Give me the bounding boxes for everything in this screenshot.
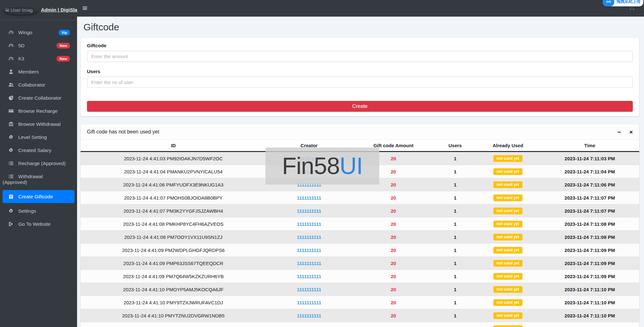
- topbar: 拖拽至此上传: [77, 0, 644, 17]
- sidebar-item-browse-recharge[interactable]: Browse Recharge: [3, 104, 75, 118]
- tachometer-icon: [8, 56, 14, 61]
- cell-users: 1: [435, 204, 476, 217]
- bank-icon: [8, 121, 14, 127]
- users-count-input[interactable]: [87, 77, 633, 88]
- cell-users: 1: [435, 309, 476, 322]
- sidebar-item-5d[interactable]: 5DNew: [3, 39, 75, 52]
- cell-users: 1: [435, 283, 476, 296]
- close-icon[interactable]: ×: [629, 129, 633, 135]
- table-row: 2023-11-24 4:41:08 PM7OOY1VX11U9SN1ZJ111…: [81, 231, 639, 244]
- sidebar-item-create-giftcode[interactable]: Create Giftcode: [3, 190, 75, 203]
- cell-amount: 20: [352, 296, 435, 309]
- creator-link[interactable]: 1111111111: [297, 287, 321, 292]
- table-row: 2023-11-24 4:41:10 PMOYP5AMJ5KOCQA6JF111…: [81, 283, 639, 296]
- cell-amount: 20: [352, 309, 435, 322]
- cell-id: 2023-11-24 4:41:07 PM3K2YYGFJSJZAWBH4: [81, 204, 266, 217]
- table-row: 2023-11-24 4:41:07 PMOHS0BJOIDA8B0BPY111…: [81, 191, 639, 204]
- cell-users: 1: [435, 296, 476, 309]
- sidebar-item-label: Created Salary: [18, 148, 51, 153]
- table-row: 2023-11-24 4:41:09 PM7Q64W5KZKZURH6YB111…: [81, 270, 639, 283]
- cell-id: 2023-11-24 4:41:07 PMOHS0BJOIDA8B0BPY: [81, 191, 266, 204]
- cell-status: not used yet: [475, 231, 540, 244]
- status-badge: not used yet: [493, 325, 522, 327]
- cell-status: not used yet: [475, 309, 540, 322]
- cell-amount: 20: [352, 191, 435, 204]
- table-row: 2023-11-24 4:41:08 PMKHP8YC4FH6AZVEOS111…: [81, 217, 639, 231]
- creator-link[interactable]: 1111111111: [297, 274, 321, 279]
- sidebar-item-label: Wingo: [18, 30, 32, 35]
- gear-icon: [8, 208, 14, 214]
- credit-card-icon: [8, 108, 14, 114]
- tachometer-icon: [8, 30, 14, 35]
- sidebar-item-label: Browse Recharge: [18, 108, 58, 114]
- sidebar-item-browse-withdrawal[interactable]: Browse Withdrawal: [3, 118, 75, 131]
- cell-status: not used yet: [475, 257, 540, 270]
- cell-time: 2023-11-24 10:06:04 PM: [540, 322, 639, 327]
- creator-link[interactable]: 1111111111: [297, 313, 321, 318]
- cell-status: not used yet: [475, 165, 540, 178]
- cell-time: 2023-11-24 7:11:10 PM: [540, 283, 639, 296]
- creator-link[interactable]: 1111111111: [297, 221, 321, 227]
- status-badge: not used yet: [493, 221, 522, 227]
- cell-users: 1: [435, 231, 476, 244]
- cell-id: 2023-11-24 4:41:04 PMANKU2PVNYICALU54: [81, 165, 266, 178]
- status-badge: not used yet: [493, 181, 522, 188]
- sidebar-item-wingo[interactable]: WingoVip: [3, 26, 75, 39]
- cell-status: not used yet: [475, 217, 540, 231]
- creator-link[interactable]: 1111111111: [297, 195, 321, 201]
- sidebar-item-created-salary[interactable]: Created Salary: [3, 144, 75, 157]
- creator-link[interactable]: 1111111111: [297, 261, 321, 266]
- giftcode-amount-input[interactable]: [87, 51, 633, 62]
- table-row: 2023-11-24 4:41:09 PMP63JSS67TQEEQDCR111…: [81, 257, 639, 270]
- list-icon: [8, 161, 14, 166]
- status-badge: not used yet: [493, 234, 522, 240]
- cell-id: 2023-11-24 4:41:09 PM2WDPLGHGFJQRDPS6: [81, 244, 266, 257]
- collapse-icon[interactable]: −: [617, 129, 621, 135]
- upload-badge[interactable]: 拖拽至此上传: [603, 0, 643, 6]
- cell-time: 2023-11-24 7:11:10 PM: [540, 309, 639, 322]
- sidebar-badge: New: [57, 43, 70, 49]
- page-title: Giftcode: [83, 22, 639, 33]
- table-card-header: Gift code has not been used yet − ×: [81, 124, 639, 140]
- cell-users: 1: [435, 322, 476, 327]
- admin-brand-link[interactable]: Admin | DigiSla: [41, 7, 77, 13]
- sidebar-item-collaborator[interactable]: Collaborator: [3, 78, 75, 91]
- cell-status: not used yet: [475, 283, 540, 296]
- broken-image-icon: [5, 8, 9, 12]
- creator-link[interactable]: 1111111111: [297, 208, 321, 214]
- status-badge: not used yet: [493, 260, 522, 267]
- sidebar-item-settings[interactable]: Settings: [3, 204, 75, 217]
- creator-link[interactable]: 1111111111: [297, 300, 321, 305]
- watermark-text-dark: Fin58: [282, 154, 340, 178]
- cell-amount: 20: [352, 257, 435, 270]
- cell-status: not used yet: [475, 204, 540, 217]
- sidebar: User Imag Admin | DigiSla WingoVip5DNewK…: [0, 0, 77, 327]
- cell-time: 2023-11-24 7:11:08 PM: [540, 217, 639, 231]
- cell-amount: 20: [352, 204, 435, 217]
- creator-link[interactable]: 1111111111: [297, 326, 321, 327]
- cell-amount: 20: [352, 244, 435, 257]
- sidebar-item-recharge-approved[interactable]: Recharge (Approved): [3, 157, 75, 170]
- sidebar-item-go-to-website[interactable]: Go To Website: [3, 217, 75, 231]
- cell-amount: 20: [352, 322, 435, 327]
- logo-alt-text: User Imag: [11, 7, 33, 13]
- cogs-icon: [8, 148, 14, 153]
- menu-toggle-icon[interactable]: [82, 5, 88, 11]
- sidebar-item-create-collaborator[interactable]: Create Collaborator: [3, 91, 75, 104]
- status-badge: not used yet: [493, 194, 522, 201]
- create-button[interactable]: Create: [87, 101, 633, 112]
- creator-link[interactable]: 1111111111: [297, 247, 321, 253]
- cell-status: not used yet: [475, 152, 540, 165]
- cell-users: 1: [435, 191, 476, 204]
- cell-id: 2023-11-24 4:41:08 PMKHP8YC4FH6AZVEOS: [81, 217, 266, 231]
- table-row: 2023-11-24 4:41:09 PM2WDPLGHGFJQRDPS6111…: [81, 244, 639, 257]
- sidebar-item-level-setting[interactable]: Level Setting: [3, 131, 75, 144]
- sidebar-item-members[interactable]: Members: [3, 65, 75, 78]
- sidebar-item-label: Members: [18, 69, 39, 74]
- sidebar-item-k3[interactable]: K3New: [3, 52, 75, 65]
- sidebar-item-label: Browse Withdrawal: [18, 121, 61, 127]
- cell-creator: 1111111111: [266, 217, 352, 231]
- sidebar-item-withdrawal-approved[interactable]: Withdrawal(Approved): [3, 170, 75, 189]
- cell-creator: 1111111111: [266, 244, 352, 257]
- creator-link[interactable]: 1111111111: [297, 234, 321, 240]
